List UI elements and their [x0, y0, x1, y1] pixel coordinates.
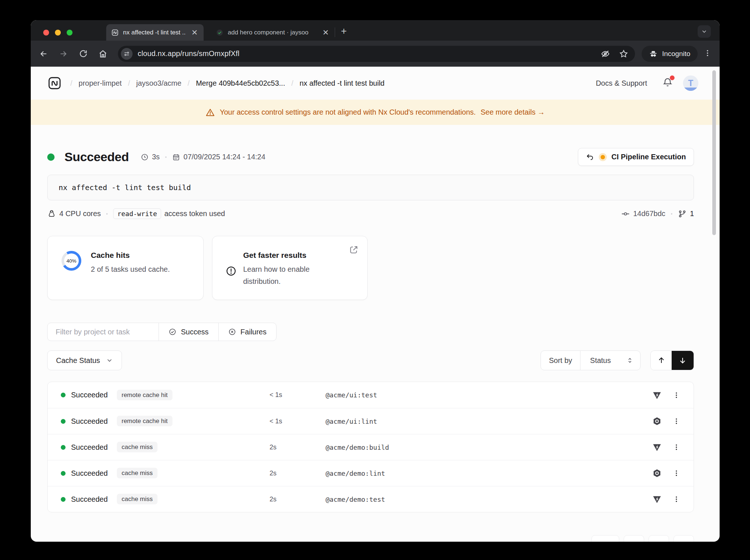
avatar[interactable]: T: [683, 75, 698, 91]
incognito-badge: Incognito: [642, 46, 698, 62]
tab-nx-run[interactable]: nx affected -t lint test ... from ✕: [106, 24, 204, 41]
cache-status-badge: remote cache hit: [117, 390, 172, 400]
row-menu-icon[interactable]: [672, 391, 680, 399]
minimize-window-button[interactable]: [55, 30, 61, 36]
breadcrumb-separator: /: [128, 79, 130, 88]
site-settings-icon[interactable]: [121, 48, 133, 60]
pagination-button[interactable]: [673, 535, 694, 542]
browser-menu-icon[interactable]: [703, 49, 712, 59]
row-menu-icon[interactable]: [672, 495, 680, 503]
notifications-button[interactable]: [662, 77, 673, 89]
incognito-label: Incognito: [662, 50, 690, 58]
row-task-name[interactable]: @acme/demo:test: [326, 496, 648, 503]
row-duration: 2s: [270, 444, 326, 451]
filter-input[interactable]: [48, 323, 159, 341]
chevron-down-icon: [106, 357, 113, 364]
docs-support-link[interactable]: Docs & Support: [596, 79, 647, 88]
filter-success-button[interactable]: Success: [159, 323, 218, 341]
tab-close-icon[interactable]: ✕: [322, 29, 330, 36]
row-task-name[interactable]: @acme/demo:build: [326, 444, 648, 451]
arrow-up-icon: [657, 356, 666, 365]
row-duration: < 1s: [270, 418, 326, 425]
pagination-button[interactable]: [624, 535, 644, 542]
row-menu-icon[interactable]: [672, 443, 680, 451]
check-circle-icon: [168, 328, 177, 336]
breadcrumb-item[interactable]: nx affected -t lint test build: [300, 79, 385, 88]
cache-card-desc: 2 of 5 tasks used cache.: [91, 263, 170, 275]
run-detail-page: Succeeded 3s 07/09/2025 14:24 - 14:24 CI…: [31, 148, 720, 542]
cache-hits-card[interactable]: 40% Cache hits 2 of 5 tasks used cache.: [47, 236, 204, 300]
eye-off-icon[interactable]: [601, 49, 610, 59]
table-row[interactable]: Succeeded cache miss 2s @acme/demo:lint: [48, 460, 694, 486]
tab-close-icon[interactable]: ✕: [190, 29, 198, 36]
breadcrumb-item[interactable]: proper-limpet: [79, 79, 122, 88]
arrow-down-icon: [678, 356, 687, 365]
branch-count[interactable]: 1: [690, 209, 694, 218]
window-controls: [43, 30, 73, 36]
ci-pipeline-label: CI Pipeline Execution: [612, 153, 686, 161]
cache-status-badge: remote cache hit: [117, 416, 172, 426]
row-task-name[interactable]: @acme/ui:lint: [326, 418, 648, 425]
run-datetime: 07/09/2025 14:24 - 14:24: [183, 153, 266, 161]
pagination-button[interactable]: [649, 535, 669, 542]
row-status-dot: [61, 393, 66, 397]
pagination-button[interactable]: [591, 535, 619, 542]
banner-details-link[interactable]: See more details →: [480, 108, 545, 116]
reload-button[interactable]: [75, 46, 91, 62]
vite-icon: [652, 494, 662, 504]
sort-descending-button[interactable]: [672, 351, 694, 370]
sort-ascending-button[interactable]: [651, 351, 672, 370]
nx-logo[interactable]: [47, 76, 62, 90]
filter-group: Success Failures: [47, 323, 276, 341]
breadcrumb-separator: /: [291, 79, 293, 88]
row-status: Succeeded: [71, 391, 117, 399]
forward-button[interactable]: [56, 46, 71, 62]
table-row[interactable]: Succeeded remote cache hit < 1s @acme/ui…: [48, 382, 694, 408]
separator-dot: [106, 213, 108, 215]
url-text[interactable]: cloud.nx.app/runs/smOmxpfXfl: [138, 49, 240, 58]
row-status-dot: [61, 497, 66, 502]
commit-hash[interactable]: 14d67bdc: [633, 209, 665, 218]
zoom-window-button[interactable]: [67, 30, 73, 36]
task-table: Succeeded remote cache hit < 1s @acme/ui…: [47, 382, 694, 512]
row-menu-icon[interactable]: [672, 469, 680, 477]
app-header: /proper-limpet/jaysoo3/acme/Merge 409b44…: [31, 67, 720, 100]
nx-favicon-icon: [111, 29, 119, 36]
run-command: nx affected -t lint test build: [59, 183, 191, 192]
access-token-suffix: access token used: [164, 209, 225, 218]
back-button[interactable]: [36, 46, 51, 62]
git-branch-icon: [678, 209, 687, 218]
row-status: Succeeded: [71, 417, 117, 426]
home-button[interactable]: [95, 46, 111, 62]
close-window-button[interactable]: [43, 30, 49, 36]
bookmark-star-icon[interactable]: [619, 49, 628, 59]
ci-pipeline-button[interactable]: CI Pipeline Execution: [578, 148, 694, 166]
warning-triangle-icon: [205, 108, 215, 117]
tab-search-chevron-button[interactable]: [698, 25, 711, 38]
sort-select[interactable]: Status: [580, 351, 640, 370]
filter-failures-button[interactable]: Failures: [218, 323, 276, 341]
faster-card-title: Get faster results: [243, 251, 309, 260]
status-dot: [47, 153, 55, 161]
row-task-name[interactable]: @acme/demo:lint: [326, 470, 648, 477]
row-task-name[interactable]: @acme/ui:test: [326, 391, 648, 399]
cache-status-dropdown[interactable]: Cache Status: [47, 351, 122, 370]
scrollbar-thumb[interactable]: [712, 70, 716, 235]
table-row[interactable]: Succeeded remote cache hit < 1s @acme/ui…: [48, 408, 694, 434]
sort-direction-toggle: [650, 351, 694, 370]
table-row[interactable]: Succeeded cache miss 2s @acme/demo:build: [48, 434, 694, 460]
access-token-badge: read-write: [113, 208, 161, 219]
address-bar[interactable]: cloud.nx.app/runs/smOmxpfXfl: [118, 46, 635, 62]
breadcrumb-item[interactable]: Merge 409b44e5cb02c53...: [196, 79, 285, 88]
clock-icon: [141, 153, 149, 161]
breadcrumb-item[interactable]: jaysoo3/acme: [136, 79, 181, 88]
calendar-icon: [172, 153, 180, 161]
row-duration: < 1s: [270, 391, 326, 399]
row-menu-icon[interactable]: [672, 417, 680, 425]
get-faster-results-card[interactable]: Get faster results Learn how to enable d…: [212, 236, 368, 300]
new-tab-button[interactable]: +: [341, 26, 347, 36]
exclamation-circle-icon: [226, 266, 237, 300]
tab-pr[interactable]: add hero component · jaysoo ✕: [211, 24, 335, 41]
row-status-dot: [61, 471, 66, 476]
table-row[interactable]: Succeeded cache miss 2s @acme/demo:test: [48, 486, 694, 512]
